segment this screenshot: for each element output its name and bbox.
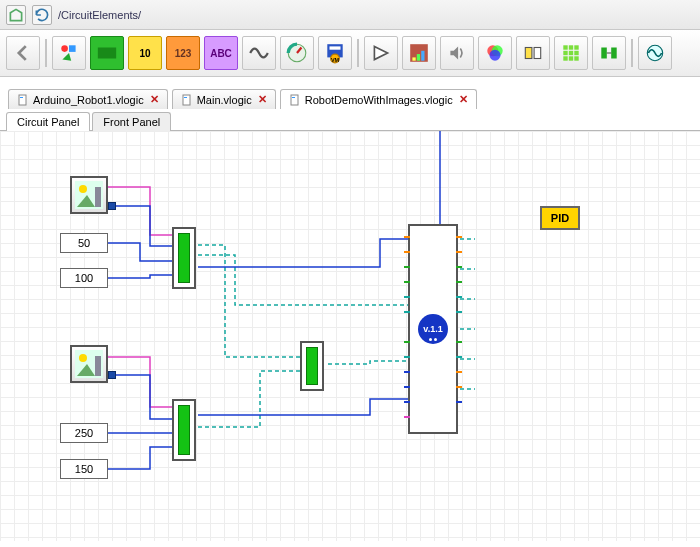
- toolbar-separator: [631, 39, 633, 67]
- pid-block[interactable]: PID: [540, 206, 580, 230]
- svg-rect-34: [183, 95, 190, 105]
- document-icon: [181, 94, 193, 106]
- chip-badge: v.1.1: [418, 314, 448, 344]
- image-block-2[interactable]: [70, 345, 108, 383]
- svg-rect-13: [421, 51, 424, 61]
- home-icon[interactable]: [6, 5, 26, 25]
- connector-icon[interactable]: [592, 36, 626, 70]
- image-block-1[interactable]: [70, 176, 108, 214]
- save-vm-icon[interactable]: VM: [318, 36, 352, 70]
- const-value: 150: [75, 463, 93, 475]
- file-tab-label: Arduino_Robot1.vlogic: [33, 94, 144, 106]
- const-50[interactable]: 50: [60, 233, 108, 253]
- main-toolbar: 10 123 ABC VM: [0, 30, 700, 77]
- svg-point-16: [490, 50, 501, 61]
- svg-rect-47: [95, 187, 101, 207]
- const-100[interactable]: 100: [60, 268, 108, 288]
- svg-rect-32: [19, 95, 26, 105]
- toolbar-separator: [45, 39, 47, 67]
- svg-rect-28: [601, 48, 607, 59]
- close-icon[interactable]: ✕: [459, 93, 468, 106]
- svg-rect-26: [569, 56, 573, 60]
- svg-rect-23: [569, 51, 573, 55]
- svg-rect-25: [563, 56, 567, 60]
- svg-rect-22: [563, 51, 567, 55]
- svg-rect-35: [184, 97, 187, 98]
- chart-block-icon[interactable]: [402, 36, 436, 70]
- port-square[interactable]: [108, 371, 116, 379]
- const-250[interactable]: 250: [60, 423, 108, 443]
- breadcrumb-path: /CircuitElements/: [58, 9, 141, 21]
- svg-rect-37: [292, 97, 295, 98]
- svg-rect-20: [569, 45, 573, 49]
- svg-rect-6: [330, 46, 341, 49]
- svg-text:VM: VM: [331, 57, 340, 63]
- svg-rect-17: [525, 48, 532, 59]
- scope-icon[interactable]: [638, 36, 672, 70]
- port-square[interactable]: [108, 202, 116, 210]
- svg-marker-9: [374, 46, 387, 59]
- circuit-canvas[interactable]: 50 100 250 150: [0, 131, 700, 541]
- document-icon: [17, 94, 29, 106]
- document-icon: [289, 94, 301, 106]
- file-tab-label: RobotDemoWithImages.vlogic: [305, 94, 453, 106]
- refresh-icon[interactable]: [32, 5, 52, 25]
- mux-block-2[interactable]: [172, 399, 196, 461]
- layout-split-icon[interactable]: [516, 36, 550, 70]
- matrix-icon[interactable]: [554, 36, 588, 70]
- const-150[interactable]: 150: [60, 459, 108, 479]
- speaker-icon[interactable]: [440, 36, 474, 70]
- mux-block-3[interactable]: [300, 341, 324, 391]
- chip-label: v.1.1: [423, 324, 442, 334]
- string-constant-icon[interactable]: ABC: [204, 36, 238, 70]
- panel-tab-bar: Circuit Panel Front Panel: [0, 111, 700, 131]
- toolbar-separator: [357, 39, 359, 67]
- close-icon[interactable]: ✕: [258, 93, 267, 106]
- svg-rect-11: [412, 57, 415, 60]
- file-tab-bar: Arduino_Robot1.vlogic ✕ Main.vlogic ✕ Ro…: [0, 77, 700, 109]
- svg-rect-19: [563, 45, 567, 49]
- close-icon[interactable]: ✕: [150, 93, 159, 106]
- amplifier-icon[interactable]: [364, 36, 398, 70]
- svg-rect-33: [20, 97, 23, 98]
- file-tab-arduino[interactable]: Arduino_Robot1.vlogic ✕: [8, 89, 168, 109]
- int-constant-icon[interactable]: 10: [128, 36, 162, 70]
- file-tab-robotdemo[interactable]: RobotDemoWithImages.vlogic ✕: [280, 89, 477, 109]
- back-button[interactable]: [6, 36, 40, 70]
- svg-marker-2: [62, 53, 71, 61]
- tab-circuit-panel[interactable]: Circuit Panel: [6, 112, 90, 131]
- svg-rect-27: [574, 56, 578, 60]
- mux-block-1[interactable]: [172, 227, 196, 289]
- gauge-icon[interactable]: [280, 36, 314, 70]
- svg-rect-21: [574, 45, 578, 49]
- num-constant-icon[interactable]: 123: [166, 36, 200, 70]
- svg-point-45: [79, 185, 87, 193]
- breadcrumb-bar: /CircuitElements/: [0, 0, 700, 30]
- const-value: 50: [78, 237, 90, 249]
- main-node[interactable]: v.1.1: [408, 224, 458, 434]
- color-mixer-icon[interactable]: [478, 36, 512, 70]
- svg-point-49: [79, 354, 87, 362]
- sine-wave-icon[interactable]: [242, 36, 276, 70]
- svg-rect-29: [611, 48, 617, 59]
- const-value: 250: [75, 427, 93, 439]
- pid-label: PID: [551, 212, 569, 224]
- svg-point-0: [61, 45, 68, 52]
- tab-front-panel[interactable]: Front Panel: [92, 112, 171, 131]
- svg-rect-51: [95, 356, 101, 376]
- svg-rect-36: [291, 95, 298, 105]
- const-value: 100: [75, 272, 93, 284]
- shape-group-icon[interactable]: [52, 36, 86, 70]
- file-tab-label: Main.vlogic: [197, 94, 252, 106]
- svg-rect-18: [534, 48, 541, 59]
- file-tab-main[interactable]: Main.vlogic ✕: [172, 89, 276, 109]
- svg-rect-1: [69, 45, 76, 52]
- bool-constant-icon[interactable]: [90, 36, 124, 70]
- svg-rect-12: [417, 54, 420, 61]
- svg-rect-3: [98, 48, 116, 59]
- svg-rect-24: [574, 51, 578, 55]
